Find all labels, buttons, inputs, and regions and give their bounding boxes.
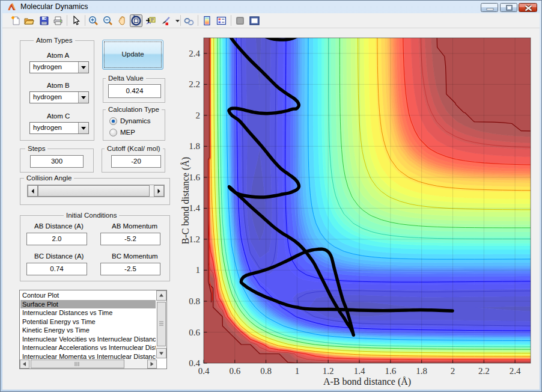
svg-text:0.4: 0.4 — [189, 358, 200, 368]
svg-text:B-C bond distance (Å): B-C bond distance (Å) — [180, 157, 191, 244]
svg-text:1.8: 1.8 — [189, 141, 200, 151]
svg-text:1.4: 1.4 — [354, 366, 365, 376]
svg-text:0.6: 0.6 — [229, 366, 240, 376]
svg-text:0.8: 0.8 — [260, 366, 272, 376]
svg-text:1.2: 1.2 — [323, 366, 334, 376]
svg-text:1.2: 1.2 — [189, 234, 200, 244]
svg-text:1: 1 — [295, 366, 300, 376]
svg-text:2.2: 2.2 — [189, 79, 200, 89]
svg-text:2: 2 — [451, 366, 455, 376]
svg-text:1.8: 1.8 — [416, 366, 427, 376]
svg-text:1: 1 — [196, 265, 201, 275]
svg-text:0.8: 0.8 — [189, 296, 200, 306]
svg-text:1.6: 1.6 — [385, 366, 397, 376]
svg-text:2.4: 2.4 — [189, 49, 200, 58]
svg-text:2: 2 — [196, 111, 201, 120]
svg-text:1.4: 1.4 — [189, 203, 200, 213]
svg-text:0.6: 0.6 — [189, 328, 200, 337]
svg-text:2.2: 2.2 — [478, 366, 490, 376]
svg-text:2.4: 2.4 — [510, 366, 521, 376]
svg-text:1.6: 1.6 — [189, 173, 200, 182]
svg-text:A-B bond distance (Å): A-B bond distance (Å) — [323, 376, 411, 387]
